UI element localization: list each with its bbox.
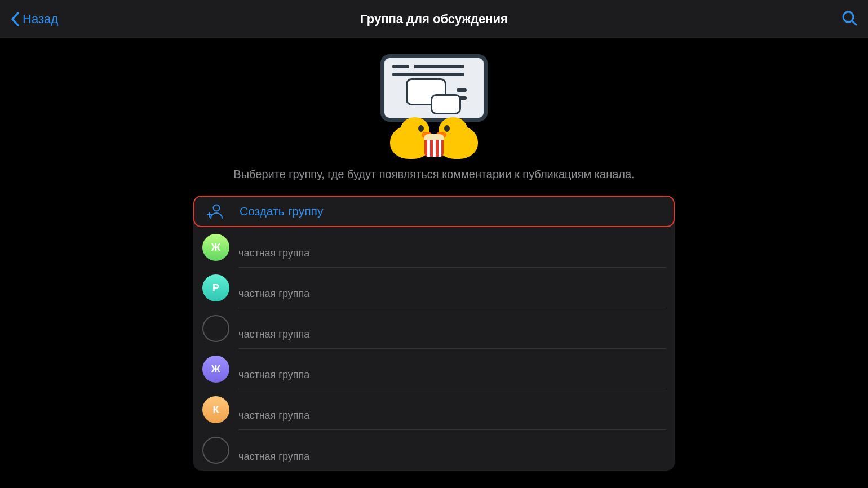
group-name — [238, 276, 666, 287]
group-list-panel: Создать группу Жчастная группаРчастная г… — [193, 196, 675, 471]
search-icon — [841, 10, 858, 26]
group-text-col: частная группа — [238, 268, 666, 308]
group-subtitle: частная группа — [238, 329, 666, 340]
header-bar: Назад Группа для обсуждения — [0, 0, 868, 38]
description-text: Выберите группу, где будут появляться ко… — [233, 168, 634, 181]
group-row[interactable]: Жчастная группа — [193, 349, 675, 389]
create-group-button[interactable]: Создать группу — [193, 196, 675, 227]
add-user-icon — [207, 203, 224, 220]
hero-illustration — [372, 54, 496, 156]
group-text-col: частная группа — [238, 430, 666, 471]
group-text-col: частная группа — [238, 227, 666, 268]
group-text-col: частная группа — [238, 349, 666, 389]
svg-line-1 — [852, 21, 856, 25]
avatar — [202, 315, 229, 342]
group-row[interactable]: Жчастная группа — [193, 227, 675, 268]
group-name — [238, 397, 666, 409]
back-label: Назад — [23, 12, 58, 26]
content-area: Выберите группу, где будут появляться ко… — [0, 38, 868, 471]
group-name — [238, 235, 666, 246]
hero-popcorn — [424, 134, 444, 157]
page-title: Группа для обсуждения — [360, 12, 508, 26]
group-name — [238, 438, 666, 450]
back-button[interactable]: Назад — [10, 11, 58, 27]
group-row[interactable]: Кчастная группа — [193, 389, 675, 430]
group-subtitle: частная группа — [238, 451, 666, 463]
avatar: Ж — [202, 234, 229, 261]
group-name — [238, 316, 666, 327]
group-subtitle: частная группа — [238, 247, 666, 259]
avatar — [202, 437, 229, 464]
svg-point-2 — [214, 205, 220, 211]
group-text-col: частная группа — [238, 308, 666, 349]
create-group-label: Создать группу — [240, 205, 324, 218]
group-row[interactable]: частная группа — [193, 308, 675, 349]
group-row[interactable]: Рчастная группа — [193, 268, 675, 308]
chevron-left-icon — [10, 11, 20, 27]
hero-screen — [380, 54, 488, 122]
avatar: Р — [202, 274, 229, 301]
avatar: Ж — [202, 356, 229, 383]
group-subtitle: частная группа — [238, 288, 666, 300]
avatar: К — [202, 396, 229, 423]
search-button[interactable] — [841, 10, 858, 29]
group-text-col: частная группа — [238, 389, 666, 430]
group-subtitle: частная группа — [238, 369, 666, 381]
group-name — [238, 357, 666, 368]
group-subtitle: частная группа — [238, 410, 666, 422]
group-row[interactable]: частная группа — [193, 430, 675, 471]
